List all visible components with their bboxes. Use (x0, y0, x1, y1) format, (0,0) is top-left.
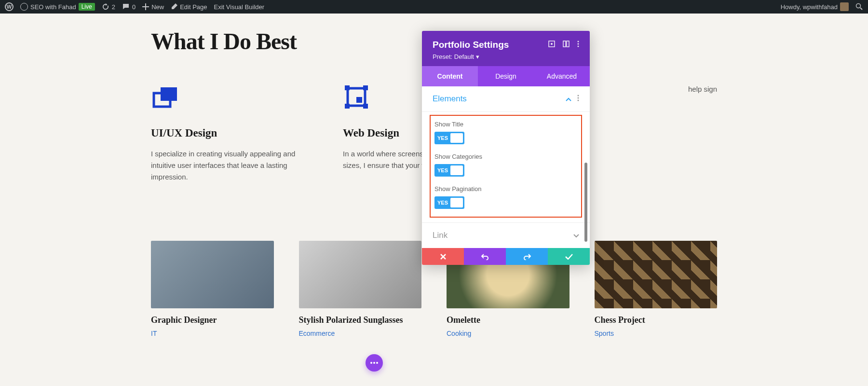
portfolio-image (151, 241, 274, 308)
panel-header[interactable]: Portfolio Settings Preset: Default ▾ (422, 31, 590, 66)
tab-advanced[interactable]: Advanced (534, 66, 590, 86)
svg-rect-3 (161, 87, 177, 101)
portfolio-category[interactable]: Ecommerce (299, 330, 335, 337)
portfolio-title: Omelette (447, 315, 570, 325)
svg-point-11 (551, 43, 553, 45)
site-link[interactable]: SEO with Fahad Live (20, 3, 95, 11)
howdy-text: Howdy, wpwithfahad (781, 3, 838, 11)
svg-point-19 (578, 100, 579, 101)
portfolio-title: Chess Project (595, 315, 718, 325)
svg-rect-12 (563, 41, 566, 47)
chevron-up-icon[interactable] (566, 95, 571, 103)
service-desc: help sign (660, 83, 717, 95)
plus-icon (142, 3, 149, 10)
globe-icon (20, 3, 28, 11)
svg-line-1 (860, 8, 862, 10)
highlighted-settings: Show Title YES Show Categories YES Show … (430, 115, 582, 218)
live-badge: Live (79, 3, 95, 11)
svg-point-15 (578, 43, 579, 45)
search-icon (855, 3, 863, 11)
svg-rect-6 (363, 85, 368, 90)
scrollbar[interactable] (584, 163, 587, 242)
comments-link[interactable]: 0 (122, 3, 136, 11)
tab-content[interactable]: Content (422, 66, 478, 86)
exit-builder-label: Exit Visual Builder (214, 3, 265, 11)
portfolio-category[interactable]: Sports (595, 330, 614, 337)
setting-label: Show Categories (434, 153, 577, 160)
svg-rect-7 (345, 104, 350, 109)
panel-footer (422, 248, 590, 265)
service-desc: I specialize in creating visually appeal… (151, 148, 296, 183)
new-label: New (151, 3, 164, 11)
section-link-header[interactable]: Link (422, 222, 590, 248)
portfolio-title: Stylish Polarized Sunglasses (299, 315, 422, 325)
refresh-icon (102, 3, 109, 11)
avatar (840, 2, 849, 11)
section-title: Elements (433, 94, 467, 104)
new-link[interactable]: New (142, 3, 164, 11)
howdy-link[interactable]: Howdy, wpwithfahad (781, 2, 849, 11)
exit-builder-link[interactable]: Exit Visual Builder (214, 3, 265, 11)
updates-link[interactable]: 2 (102, 3, 115, 11)
preset-selector[interactable]: Preset: Default ▾ (433, 53, 579, 60)
wp-logo[interactable]: W (5, 2, 14, 11)
settings-panel: Portfolio Settings Preset: Default ▾ Con… (422, 31, 590, 265)
section-title: Link (433, 231, 448, 240)
setting-label: Show Title (434, 121, 577, 128)
expand-icon[interactable] (548, 41, 555, 49)
edit-page-link[interactable]: Edit Page (171, 3, 207, 11)
svg-rect-13 (567, 41, 569, 47)
portfolio-image (595, 241, 718, 308)
portfolio-category[interactable]: IT (151, 330, 157, 337)
section-elements-header[interactable]: Elements (422, 86, 590, 112)
setting-label: Show Pagination (434, 185, 577, 193)
toggle-show-title[interactable]: YES (434, 132, 464, 144)
svg-point-14 (578, 41, 579, 42)
undo-button[interactable] (464, 248, 506, 265)
svg-rect-5 (345, 85, 350, 90)
portfolio-title: Graphic Designer (151, 315, 274, 325)
pencil-icon (171, 3, 177, 10)
frame-icon (343, 83, 370, 110)
chevron-down-icon (573, 231, 579, 240)
redo-button[interactable] (506, 248, 548, 265)
portfolio-image (299, 241, 422, 308)
portfolio-category[interactable]: Cooking (447, 330, 471, 337)
search-toggle[interactable] (855, 3, 863, 11)
wp-admin-bar: W SEO with Fahad Live 2 0 New Edit Page … (0, 0, 868, 14)
portfolio-item[interactable]: Graphic Designer IT (151, 241, 274, 338)
service-title: UI/UX Design (151, 127, 333, 139)
edit-page-label: Edit Page (180, 3, 207, 11)
panel-title: Portfolio Settings (433, 40, 509, 50)
layers-icon (151, 83, 178, 110)
svg-rect-9 (356, 97, 362, 103)
section-menu-icon[interactable] (577, 95, 579, 103)
svg-point-18 (578, 97, 579, 99)
panel-tabs: Content Design Advanced (422, 66, 590, 86)
svg-rect-8 (363, 104, 368, 109)
toggle-show-categories[interactable]: YES (434, 164, 464, 177)
toggle-show-pagination[interactable]: YES (434, 196, 464, 209)
tab-design[interactable]: Design (478, 66, 534, 86)
svg-point-0 (856, 4, 861, 8)
portfolio-item[interactable]: Chess Project Sports (595, 241, 718, 338)
snap-icon[interactable] (563, 41, 570, 49)
save-button[interactable] (548, 248, 590, 265)
site-name: SEO with Fahad (30, 3, 76, 11)
comment-icon (122, 3, 130, 11)
comment-count: 0 (132, 3, 136, 11)
update-count: 2 (112, 3, 115, 11)
menu-icon[interactable] (577, 41, 579, 49)
service-item: UI/UX Design I specialize in creating vi… (151, 83, 333, 183)
svg-point-17 (578, 95, 579, 96)
portfolio-item[interactable]: Stylish Polarized Sunglasses Ecommerce (299, 241, 422, 338)
svg-point-16 (578, 46, 579, 47)
cancel-button[interactable] (422, 248, 464, 265)
